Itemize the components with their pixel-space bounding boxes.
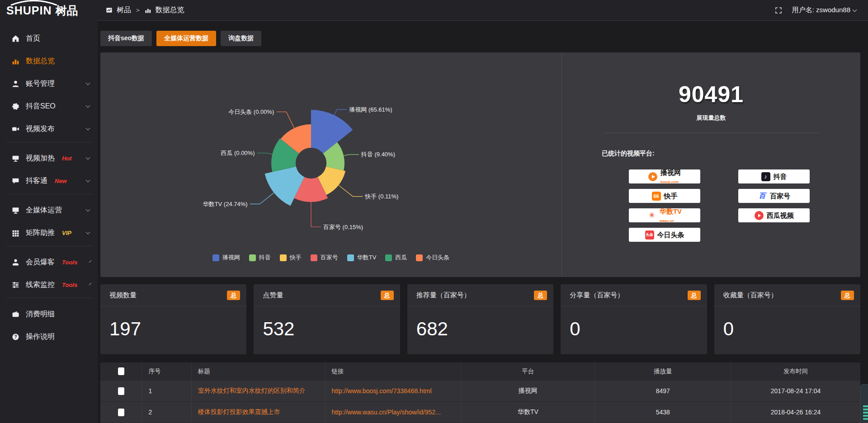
pie-label-leader [339, 185, 363, 197]
tab-inquiry-data[interactable]: 询盘数据 [221, 31, 261, 46]
sidebar-item-account-mgmt[interactable]: 账号管理 [0, 74, 98, 93]
chevron-down-icon [86, 230, 90, 235]
chevron-down-icon [86, 178, 90, 183]
pie-label-leader [257, 153, 273, 155]
pie-label: 今日头条 (0.00%) [228, 108, 274, 115]
home-icon [12, 35, 19, 42]
legend-item-2[interactable]: 快手 [280, 254, 302, 262]
legend-item-4[interactable]: 华数TV [347, 254, 377, 262]
row-title-link[interactable]: 楼体投影灯投影效果震撼上市 [192, 402, 326, 423]
video-table: 序号 标题 链接 平台 播放量 发布时间 1 室外水纹灯和室内水纹灯的区别和简介… [100, 362, 860, 423]
logo-arc [9, 0, 59, 5]
sidebar-item-video-publish[interactable]: 视频发布 [0, 119, 98, 138]
total-impressions-label: 展现量总数 [562, 114, 860, 122]
pie-label-leader [344, 155, 359, 156]
sidebar-menu: 首页 数据总览 账号管理 抖音SEO [0, 21, 98, 346]
pie-label: 播视网 (65.61%) [349, 106, 392, 113]
sidebar-item-member-burst[interactable]: 会员爆客 Tools [0, 253, 98, 272]
sidebar-item-video-heat[interactable]: 视频加热 Hot [0, 149, 98, 168]
total-badge[interactable]: 总 [227, 291, 240, 300]
legend-item-0[interactable]: 播视网 [212, 254, 240, 262]
sidebar-item-doukeitong[interactable]: 抖客通 New [0, 171, 98, 190]
select-all-checkbox[interactable] [118, 367, 124, 375]
sidebar-item-matrix-boost[interactable]: 矩阵助推 VIP [0, 223, 98, 242]
tools-tag: Tools [62, 282, 77, 288]
main-area: 树品 > 数据总览 用户名: zswodun88 抖音seo数据 [98, 0, 868, 423]
sidebar-item-help[interactable]: ? 操作说明 [0, 327, 98, 346]
kuaishou-logo-icon: 66 [652, 192, 661, 201]
legend-swatch [416, 254, 423, 261]
total-badge[interactable]: 总 [381, 291, 394, 300]
svg-text:?: ? [14, 334, 17, 339]
tools-tag: Tools [62, 259, 77, 266]
douyin-logo-icon: ♪ [761, 172, 770, 181]
content: 抖音seo数据 全媒体运营数据 询盘数据 播视网 (65.61%)抖音 (9.4… [98, 21, 868, 423]
chart-legend: 播视网抖音快手百家号华数TV西瓜今日头条 [100, 254, 561, 262]
legend-label: 百家号 [321, 254, 338, 262]
legend-swatch [347, 254, 354, 261]
row-url-link[interactable]: http://www.boosj.com/7338468.html [326, 381, 462, 401]
total-badge[interactable]: 总 [534, 291, 547, 300]
pie-label-leader [334, 109, 347, 115]
pie-label-leader [250, 193, 274, 204]
menu-divider [6, 246, 91, 246]
sidebar-item-data-overview[interactable]: 数据总览 [0, 52, 98, 70]
total-badge[interactable]: 总 [688, 291, 701, 300]
rose-chart: 播视网 (65.61%)抖音 (9.40%)快手 (0.11%)百家号 (0.1… [100, 52, 561, 277]
stat-card-recommends: 推荐量（百家号） 总 682 [407, 284, 553, 354]
chevron-down-icon [86, 81, 90, 85]
legend-swatch [385, 254, 392, 261]
vip-tag: VIP [62, 230, 71, 236]
stat-card-shares: 分享量（百家号） 总 0 [561, 284, 707, 354]
platforms-label: 已统计的视频平台: [602, 150, 860, 158]
user-menu[interactable]: 用户名: zswodun88 [792, 6, 856, 14]
bars-icon [145, 7, 151, 14]
comment-icon [12, 177, 19, 185]
hot-tag: Hot [62, 155, 72, 162]
chevron-down-icon [86, 207, 90, 212]
baijiahao-logo-icon: 百 [758, 192, 767, 201]
pie-slice-4[interactable] [265, 167, 305, 206]
chevron-down-icon [89, 283, 92, 286]
row-title-link[interactable]: 室外水纹灯和室内水纹灯的区别和简介 [192, 381, 326, 401]
chevron-down-icon [86, 126, 90, 131]
row-url-link[interactable]: http://www.wasu.cn/Play/show/id/952... [326, 402, 462, 423]
sidebar-item-home[interactable]: 首页 [0, 29, 98, 48]
row-checkbox[interactable] [118, 387, 124, 395]
sidebar-item-lead-monitor[interactable]: 线索监控 Tools [0, 275, 98, 294]
legend-item-1[interactable]: 抖音 [249, 254, 271, 262]
legend-item-6[interactable]: 今日头条 [416, 254, 449, 262]
pie-label-leader [311, 202, 321, 227]
pie-label: 百家号 (0.15%) [323, 224, 363, 230]
stat-value: 0 [714, 306, 860, 340]
sidebar-item-spend-details[interactable]: 消费明细 [0, 305, 98, 324]
total-badge[interactable]: 总 [841, 291, 854, 300]
floating-scroll-widget[interactable] [860, 384, 868, 423]
sidebar-item-douyin-seo[interactable]: 抖音SEO [0, 97, 98, 116]
gear-icon [12, 103, 19, 110]
legend-item-3[interactable]: 百家号 [311, 254, 338, 262]
breadcrumb-current: 数据总览 [156, 5, 184, 15]
breadcrumb-separator: > [136, 7, 140, 14]
fullscreen-icon[interactable] [775, 7, 782, 14]
table-row: 2 楼体投影灯投影效果震撼上市 http://www.wasu.cn/Play/… [100, 402, 860, 423]
app-window: SHUPIN 树品 首页 数据总览 账号管理 [0, 0, 868, 423]
menu-divider [6, 298, 91, 298]
tab-omnimedia-data[interactable]: 全媒体运营数据 [156, 31, 216, 46]
chevron-down-icon [853, 8, 857, 12]
legend-swatch [311, 254, 317, 261]
wasu-logo-icon: ✳ [647, 211, 656, 220]
menu-divider [6, 142, 91, 142]
row-checkbox[interactable] [118, 409, 124, 416]
legend-item-5[interactable]: 西瓜 [385, 254, 407, 262]
sidebar-item-omnimedia[interactable]: 全媒体运营 [0, 201, 98, 220]
chevron-down-icon [89, 260, 92, 263]
user-icon [12, 80, 19, 88]
pie-label-leader [276, 112, 294, 128]
platform-badge-wasu: ✳ 华数TV wasu.cn [629, 208, 700, 222]
sliders-icon [12, 281, 19, 289]
question-icon: ? [12, 333, 19, 341]
tab-douyin-seo-data[interactable]: 抖音seo数据 [100, 31, 152, 46]
breadcrumb-root[interactable]: 树品 [117, 5, 131, 15]
platform-badge-xigua: 西瓜视频 [738, 208, 810, 222]
